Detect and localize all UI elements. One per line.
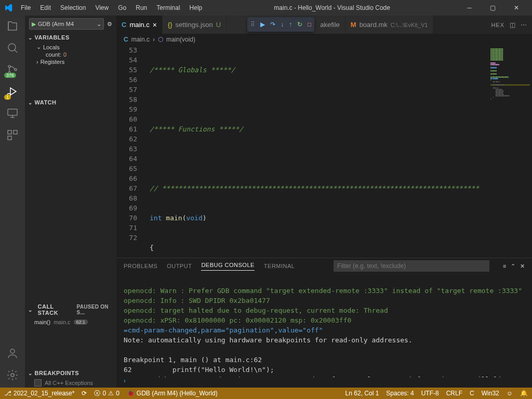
lang-status[interactable]: C xyxy=(470,390,474,397)
breadcrumb-file[interactable]: main.c xyxy=(131,36,150,43)
tab-problems[interactable]: PROBLEMS xyxy=(124,263,157,269)
console-filter-input[interactable] xyxy=(334,260,489,272)
breadcrumb-symbol[interactable]: main(void) xyxy=(166,36,195,43)
statusbar: ⎇2022_02_15_release* ⟳ ⓧ0 ⚠0 🐞GDB (Arm M… xyxy=(0,388,532,399)
watch-hdr[interactable]: ⌄WATCH xyxy=(25,97,116,108)
sync-icon[interactable]: ⟳ xyxy=(82,390,87,397)
breakpoints-hdr[interactable]: ⌄BREAKPOINTS xyxy=(25,368,116,378)
bp-label: All C++ Exceptions xyxy=(45,380,93,386)
breakpoints-label: BREAKPOINTS xyxy=(35,370,79,376)
tab-debug-console[interactable]: DEBUG CONSOLE xyxy=(201,262,254,271)
tab-main-c[interactable]: C main.c × xyxy=(116,16,163,34)
minimize-button[interactable]: ─ xyxy=(458,0,481,16)
extensions-icon[interactable] xyxy=(6,129,19,141)
tab-terminal[interactable]: TERMINAL xyxy=(264,263,295,269)
menu-edit[interactable]: Edit xyxy=(36,2,55,14)
bell-icon[interactable]: 🔔 xyxy=(520,390,528,397)
clear-icon[interactable]: ⌃ xyxy=(511,263,516,270)
menu-go[interactable]: Go xyxy=(114,2,130,14)
problems-status[interactable]: ⓧ0 ⚠0 xyxy=(94,389,119,398)
callstack-hdr[interactable]: ⌄ CALL STACK PAUSED ON S... xyxy=(25,301,116,318)
tab-board[interactable]: M board.mk C:\...\EvKit_V1 xyxy=(345,16,434,34)
close-icon[interactable]: × xyxy=(153,21,157,29)
var-value: 0 xyxy=(63,51,66,58)
grip-icon[interactable]: ⠿ xyxy=(250,21,255,28)
code-lines[interactable]: /***** Globals *****/ /***** Functions *… xyxy=(144,45,488,258)
menu-help[interactable]: Help xyxy=(185,2,207,14)
continue-icon[interactable]: ▶ xyxy=(260,21,265,28)
menu-run[interactable]: Run xyxy=(131,2,151,14)
breadcrumb[interactable]: C main.c › ⬡ main(void) xyxy=(116,34,532,45)
chevron-down-icon: ⌄ xyxy=(28,370,33,376)
panel-close-icon[interactable]: ✕ xyxy=(520,263,525,270)
locals-node[interactable]: ⌄Locals xyxy=(25,43,116,51)
svg-rect-5 xyxy=(8,109,17,115)
settings-gear-icon[interactable] xyxy=(6,369,19,381)
step-into-icon[interactable]: ↓ xyxy=(281,21,284,28)
tab-output[interactable]: OUTPUT xyxy=(167,263,192,269)
account-icon[interactable] xyxy=(6,347,19,360)
checkbox-icon[interactable] xyxy=(34,379,42,387)
debug-status[interactable]: 🐞GDB (Arm M4) (Hello_World) xyxy=(127,390,218,397)
close-button[interactable]: ✕ xyxy=(504,0,528,16)
more-icon[interactable]: ⋯ xyxy=(521,21,527,29)
menu-selection[interactable]: Selection xyxy=(56,2,90,14)
explorer-icon[interactable] xyxy=(6,20,19,32)
play-icon: ▶ xyxy=(32,21,36,28)
console-prompt[interactable]: › xyxy=(116,377,532,388)
search-icon[interactable] xyxy=(6,42,19,54)
tab-label: akefile xyxy=(320,21,340,29)
split-icon[interactable]: ◫ xyxy=(510,21,515,29)
bp-item[interactable]: All C++ Exceptions xyxy=(25,378,116,388)
debug-alt-icon: 🐞 xyxy=(127,390,135,397)
debug-sidebar: ▶ GDB (Arm M4 ⌄ ⚙ ⌄VARIABLES ⌄Locals cou… xyxy=(25,16,116,388)
debug-icon[interactable]: 1 xyxy=(6,85,19,98)
stop-icon[interactable]: □ xyxy=(308,21,311,28)
step-over-icon[interactable]: ↷ xyxy=(270,21,275,28)
registers-node[interactable]: ›Registers xyxy=(25,58,116,66)
menu-terminal[interactable]: Terminal xyxy=(152,2,184,14)
restart-icon[interactable]: ↻ xyxy=(297,21,302,28)
step-out-icon[interactable]: ↑ xyxy=(289,21,292,28)
c-file-icon: C xyxy=(122,21,126,29)
platform-status[interactable]: Win32 xyxy=(482,390,499,397)
chevron-down-icon: ⌄ xyxy=(28,307,33,313)
svg-rect-8 xyxy=(8,136,11,140)
method-icon: ⬡ xyxy=(158,36,163,43)
mk-file-icon: M xyxy=(351,21,356,29)
tab-path: C:\...\EvKit_V1 xyxy=(391,22,428,28)
eol-status[interactable]: CRLF xyxy=(446,390,462,397)
var-count[interactable]: count: 0 xyxy=(25,51,116,58)
menu-view[interactable]: View xyxy=(91,2,113,14)
source-control-icon[interactable]: 376 xyxy=(6,63,19,76)
encoding-status[interactable]: UTF-8 xyxy=(421,390,439,397)
maximize-button[interactable]: ▢ xyxy=(481,0,504,16)
tab-label: main.c xyxy=(129,21,149,29)
bottom-panel: PROBLEMS OUTPUT DEBUG CONSOLE TERMINAL ≡… xyxy=(116,258,532,388)
code-editor[interactable]: 535455565758596061▷626364656667686970717… xyxy=(116,45,532,258)
stack-frame[interactable]: main() main.c 62:1 xyxy=(25,318,116,326)
svg-point-0 xyxy=(8,44,16,51)
cursor-pos[interactable]: Ln 62, Col 1 xyxy=(345,390,379,397)
git-status: U xyxy=(216,21,221,29)
hex-toggle[interactable]: HEX xyxy=(491,22,504,28)
tab-bar: C main.c × {} settings.json U akefile M … xyxy=(116,16,532,34)
menu-file[interactable]: File xyxy=(17,2,35,14)
git-branch[interactable]: ⎇2022_02_15_release* xyxy=(4,390,74,397)
debug-toolbar[interactable]: ⠿ ▶ ↷ ↓ ↑ ↻ □ xyxy=(247,17,314,32)
chevron-right-icon: › xyxy=(36,59,38,65)
vscode-logo-icon xyxy=(4,4,12,12)
filter-icon[interactable]: ≡ xyxy=(503,263,507,270)
tab-settings[interactable]: {} settings.json U xyxy=(163,16,227,34)
editor-area: C main.c × {} settings.json U akefile M … xyxy=(116,16,532,388)
callstack-label: CALL STACK xyxy=(38,303,72,316)
indent-status[interactable]: Spaces: 4 xyxy=(386,390,414,397)
settings-icon[interactable]: ⚙ xyxy=(107,21,112,28)
run-config-select[interactable]: ▶ GDB (Arm M4 ⌄ xyxy=(29,18,104,30)
remote-icon[interactable] xyxy=(6,107,19,119)
debug-console-output[interactable]: openocd: Warn : Prefer GDB command "targ… xyxy=(116,274,532,377)
variables-hdr[interactable]: ⌄VARIABLES xyxy=(25,32,116,43)
minimap[interactable]: ████████████████████████████████████████… xyxy=(488,45,532,258)
feedback-icon[interactable]: ☺ xyxy=(507,390,513,397)
chevron-right-icon: › xyxy=(153,36,155,43)
